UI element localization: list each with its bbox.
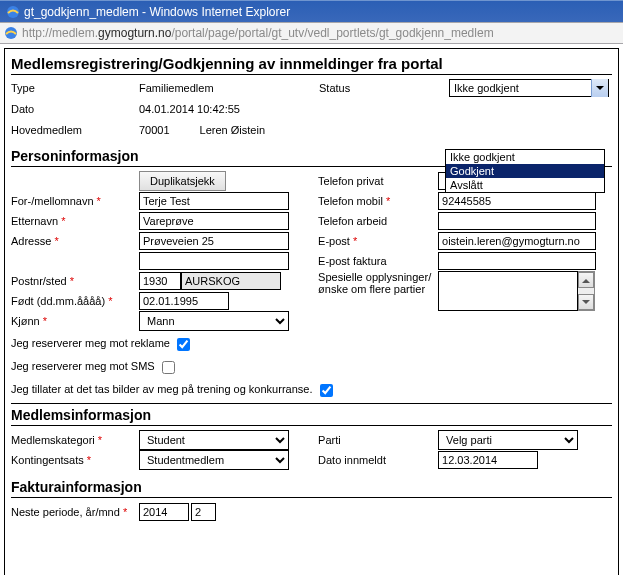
epost-faktura-input[interactable] (438, 252, 596, 270)
content-panel: Medlemsregistrering/Godkjenning av innme… (4, 48, 619, 575)
epost-faktura-label: E-post faktura (318, 255, 438, 267)
sms-label: Jeg reserverer meg mot SMS (11, 360, 155, 372)
periode-mnd-input[interactable] (191, 503, 216, 521)
bilder-checkbox[interactable] (320, 384, 333, 397)
status-option-avslatt[interactable]: Avslått (446, 178, 604, 192)
fodt-input[interactable] (139, 292, 229, 310)
ie-page-icon (4, 26, 18, 40)
parti-label: Parti (318, 434, 438, 446)
etternavn-input[interactable] (139, 212, 289, 230)
page-title: Medlemsregistrering/Godkjenning av innme… (11, 52, 612, 75)
periode-aar-input[interactable] (139, 503, 189, 521)
status-option-ikke-godkjent[interactable]: Ikke godkjent (446, 150, 604, 164)
periode-label: Neste periode, år/mnd * (11, 506, 139, 518)
faktura-section-title: Fakturainformasjon (11, 476, 612, 498)
poststed-input (181, 272, 281, 290)
parti-select[interactable]: Velg parti (438, 430, 578, 450)
bilder-label: Jeg tillater at det tas bilder av meg på… (11, 383, 312, 395)
status-option-godkjent[interactable]: Godkjent (446, 164, 604, 178)
medlem-section-title: Medlemsinformasjon (11, 404, 612, 426)
dato-value: 04.01.2014 10:42:55 (139, 100, 319, 118)
kjonn-select[interactable]: Mann (139, 311, 289, 331)
bilder-row: Jeg tillater at det tas bilder av meg på… (11, 381, 612, 404)
fornavn-input[interactable] (139, 192, 289, 210)
window-title: gt_godkjenn_medlem - Windows Internet Ex… (24, 1, 290, 23)
tel-mobil-input[interactable] (438, 192, 596, 210)
dato-innmeldt-input[interactable] (438, 451, 538, 469)
reklame-row: Jeg reserverer meg mot reklame (11, 335, 612, 354)
status-label: Status (319, 79, 449, 97)
epost-input[interactable] (438, 232, 596, 250)
postnr-label: Postnr/sted * (11, 275, 139, 287)
sms-row: Jeg reserverer meg mot SMS (11, 358, 612, 377)
epost-label: E-post * (318, 235, 438, 247)
medlemskategori-label: Medlemskategori * (11, 434, 139, 446)
reklame-label: Jeg reserverer meg mot reklame (11, 337, 170, 349)
hovedmedlem-label: Hovedmedlem (11, 121, 139, 139)
sms-checkbox[interactable] (162, 361, 175, 374)
status-select[interactable]: Ikke godkjent (449, 79, 609, 97)
tel-privat-label: Telefon privat (318, 175, 438, 187)
ie-icon (6, 5, 20, 19)
reklame-checkbox[interactable] (177, 338, 190, 351)
adresse2-input[interactable] (139, 252, 289, 270)
hovedmedlem-value: 70001 Leren Øistein (139, 121, 319, 139)
tel-mobil-label: Telefon mobil * (318, 195, 438, 207)
fornavn-label: For-/mellomnavn * (11, 195, 139, 207)
tel-arbeid-label: Telefon arbeid (318, 215, 438, 227)
adresse-input[interactable] (139, 232, 289, 250)
address-bar[interactable]: http://medlem.gymogturn.no/portal/page/p… (0, 22, 623, 44)
postnr-input[interactable] (139, 272, 181, 290)
scroll-down-icon[interactable] (578, 294, 594, 310)
header-grid: Type Familiemedlem Status Ikke godkjent … (11, 79, 612, 139)
adresse-label: Adresse * (11, 235, 139, 247)
kontingentsats-label: Kontingentsats * (11, 454, 139, 466)
chevron-down-icon[interactable] (591, 79, 608, 97)
tel-arbeid-input[interactable] (438, 212, 596, 230)
spesielle-label: Spesielle opplysninger/ønske om flere pa… (318, 271, 438, 295)
window-titlebar: gt_godkjenn_medlem - Windows Internet Ex… (0, 0, 623, 22)
medlemskategori-select[interactable]: Student (139, 430, 289, 450)
duplikatsjekk-button[interactable]: Duplikatsjekk (139, 171, 226, 191)
dato-innmeldt-label: Dato innmeldt (318, 454, 438, 466)
type-value: Familiemedlem (139, 79, 319, 97)
status-select-wrap: Ikke godkjent (449, 79, 614, 97)
type-label: Type (11, 79, 139, 97)
url-text: http://medlem.gymogturn.no/portal/page/p… (22, 26, 494, 40)
etternavn-label: Etternavn * (11, 215, 139, 227)
spesielle-textarea[interactable] (438, 271, 578, 311)
kontingentsats-select[interactable]: Studentmedlem (139, 450, 289, 470)
status-dropdown[interactable]: Ikke godkjent Godkjent Avslått (445, 149, 605, 193)
dato-label: Dato (11, 100, 139, 118)
kjonn-label: Kjønn * (11, 315, 139, 327)
fodt-label: Født (dd.mm.åååå) * (11, 295, 139, 307)
scroll-up-icon[interactable] (578, 272, 594, 288)
